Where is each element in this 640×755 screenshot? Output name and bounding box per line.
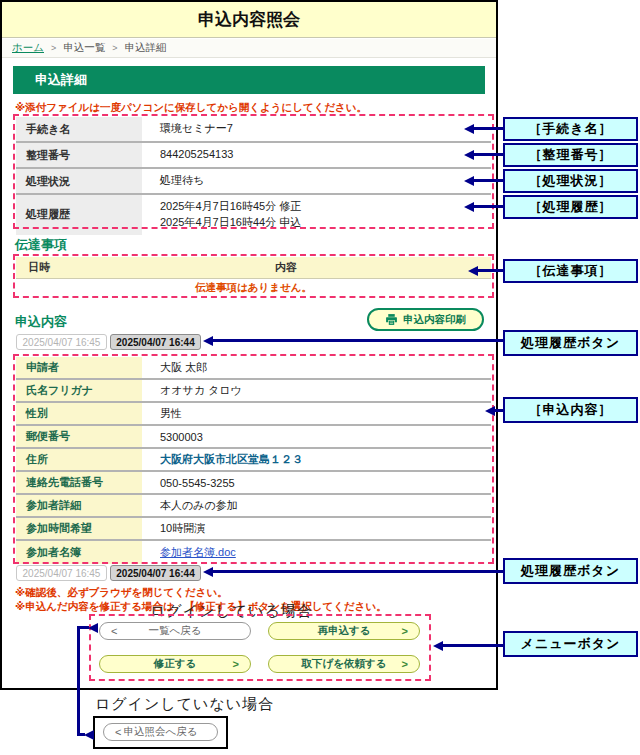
printer-icon [385,313,398,326]
page-frame: 申込内容照会 ホーム > 申込一覧 > 申込詳細 申込詳細 ※添付ファイルは一度… [0,0,498,690]
section-header-label: 申込詳細 [35,71,87,89]
history-tab[interactable]: 2025/04/07 16:45 [16,334,107,350]
annotation-arrowhead [203,567,213,577]
breadcrumb-separator: > [112,43,117,53]
chevron-left-icon: < [115,726,121,738]
annotation-processing-status: ［処理状況］ [503,169,638,193]
history-tab-active[interactable]: 2025/04/07 16:44 [110,334,201,350]
annotation-arrowhead [203,336,213,346]
logout-case-label: ログインしていない場合 [95,695,274,714]
annotation-arrow [473,153,503,156]
annotation-processing-history: ［処理履歴］ [503,195,638,219]
detail-highlight-box [13,354,494,564]
annotation-arrow [473,179,503,182]
breadcrumb: ホーム > 申込一覧 > 申込詳細 [2,39,496,58]
history-tab-active[interactable]: 2025/04/07 16:44 [110,565,201,581]
annotation-procedure-name: ［手続き名］ [503,117,638,141]
breadcrumb-list: 申込一覧 [63,41,105,55]
annotation-history-button-top: 処理履歴ボタン [503,330,638,356]
annotation-arrowhead [468,266,478,276]
print-button-label: 申込内容印刷 [403,313,466,327]
annotation-application-content: ［申込内容］ [503,397,638,423]
annotation-arrowhead [464,176,474,186]
annotation-history-button-bottom: 処理履歴ボタン [503,558,638,584]
annotation-menu-buttons: メニューボタン [503,631,638,657]
breadcrumb-detail: 申込詳細 [125,41,167,55]
annotation-arrowhead [464,202,474,212]
summary-highlight-box [13,114,494,229]
back-to-inquiry-label: 申込照会へ戻る [124,725,198,739]
annotation-arrow [473,127,503,130]
annotation-reference-number: ［整理番号］ [503,143,638,167]
print-button[interactable]: 申込内容印刷 [367,308,484,331]
annotation-arrow [494,409,503,412]
footer-warning-line: ※確認後、必ずブラウザを閉じてください。 [15,586,387,600]
annotation-arrow [442,644,503,647]
connector-arrowhead-bottom [84,730,94,740]
connector-arrowhead-top [88,623,98,633]
history-tab[interactable]: 2025/04/07 16:45 [16,565,107,581]
annotation-arrow [212,570,503,573]
attachment-warning: ※添付ファイルは一度パソコンに保存してから開くようにしてください。 [15,101,367,115]
screenshot-root: 申込内容照会 ホーム > 申込一覧 > 申込詳細 申込詳細 ※添付ファイルは一度… [0,0,640,755]
annotation-arrow [477,269,503,272]
history-tabs-bottom: 2025/04/07 16:45 2025/04/07 16:44 [16,565,201,581]
annotation-arrowhead [485,406,495,416]
menu-highlight-box [89,614,431,681]
section-header-bar: 申込詳細 [13,66,485,94]
page-title: 申込内容照会 [198,8,300,31]
history-tabs-top: 2025/04/07 16:45 2025/04/07 16:44 [16,334,201,350]
annotation-arrowhead [464,124,474,134]
back-to-inquiry-button[interactable]: < 申込照会へ戻る [103,723,218,741]
annotation-arrow [473,205,503,208]
breadcrumb-separator: > [51,43,56,53]
breadcrumb-home-link[interactable]: ホーム [12,41,44,55]
annotation-arrowhead [433,641,443,651]
annotation-notices: ［伝達事項］ [503,259,638,283]
page-title-bar: 申込内容照会 [2,2,496,38]
notice-heading: 伝達事項 [15,236,67,254]
application-heading: 申込内容 [15,313,67,331]
connector-line-vertical [77,626,80,736]
annotation-arrowhead [464,150,474,160]
notice-highlight-box [13,254,494,298]
annotation-arrow [212,339,503,342]
